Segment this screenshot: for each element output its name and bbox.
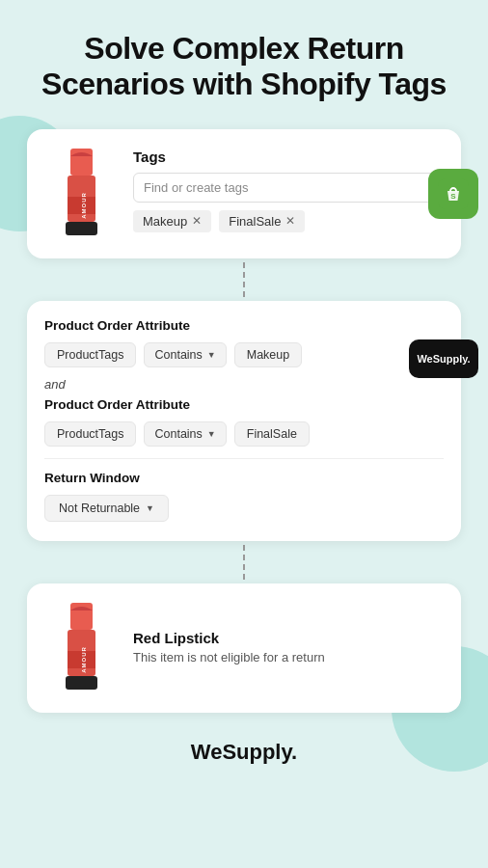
chip-finalsale[interactable]: FinalSale ✕ [219,210,305,232]
connector-2 [243,545,245,580]
connector-1 [243,262,245,297]
result-product-status: This item is not eligible for a return [133,650,446,665]
footer-brand-name: WeSupply. [191,740,297,764]
connector-line-2 [243,545,245,580]
result-text: Red Lipstick This item is not eligible f… [133,630,446,665]
tags-section-label: Tags [133,149,446,165]
rules-card: Product Order Attribute ProductTags Cont… [27,301,461,541]
svg-text:AMOUR: AMOUR [80,192,86,219]
page-headline: Solve Complex Return Scenarios with Shop… [27,31,461,102]
rule1-operator[interactable]: Contains ▼ [144,342,226,367]
svg-text:S: S [450,192,456,201]
return-window-arrow: ▼ [146,503,154,513]
return-window-title: Return Window [44,471,444,485]
tags-chips-container: Makeup ✕ FinalSale ✕ [133,210,446,232]
svg-rect-11 [66,676,97,690]
return-window-value[interactable]: Not Returnable ▼ [44,495,169,522]
and-connector: and [44,377,444,392]
result-card: AMOUR Red Lipstick This item is not elig… [27,583,461,713]
rule2-attribute[interactable]: ProductTags [44,421,136,447]
rule2-title: Product Order Attribute [44,397,444,412]
rule1-operator-arrow: ▼ [207,350,216,360]
wesupply-badge-text: WeSupply. [417,353,470,365]
connector-line-1 [243,262,245,297]
footer: WeSupply. [191,740,297,765]
chip-finalsale-label: FinalSale [229,214,281,229]
lipstick-image: AMOUR [42,145,120,241]
rule2-row: ProductTags Contains ▼ FinalSale [44,421,444,447]
rule2-operator-arrow: ▼ [207,429,216,439]
svg-text:AMOUR: AMOUR [80,646,86,673]
rule2-value[interactable]: FinalSale [234,421,310,447]
tags-content-area: Tags Find or create tags Makeup ✕ FinalS… [133,145,446,232]
rule1-value[interactable]: Makeup [234,342,302,367]
result-product-name: Red Lipstick [133,630,446,646]
chip-makeup-remove[interactable]: ✕ [192,214,202,228]
rule1-row: ProductTags Contains ▼ Makeup [44,342,444,367]
chip-makeup[interactable]: Makeup ✕ [133,210,211,232]
rule1-attribute[interactable]: ProductTags [44,342,136,367]
chip-finalsale-remove[interactable]: ✕ [285,214,295,228]
tags-input[interactable]: Find or create tags [133,173,446,203]
shopify-badge: S [428,169,478,219]
chip-makeup-label: Makeup [143,214,187,229]
rules-divider [44,458,444,459]
lipstick-image-2: AMOUR [42,599,120,695]
wesupply-badge: WeSupply. [409,339,478,378]
rule1-title: Product Order Attribute [44,318,444,333]
rule2-operator[interactable]: Contains ▼ [144,421,226,447]
tags-card: AMOUR Tags Find or create tags Makeup ✕ … [27,129,461,258]
svg-rect-4 [66,222,97,235]
